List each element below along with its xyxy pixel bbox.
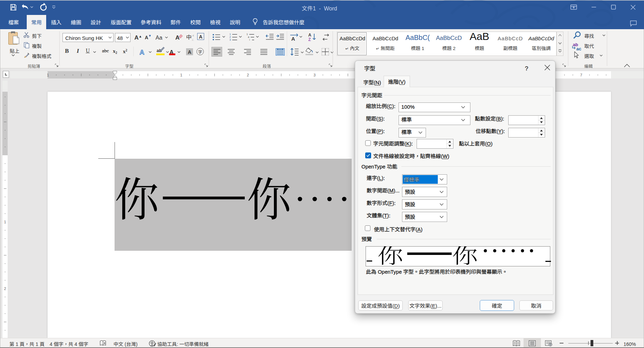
svg-text:1: 1 [4, 220, 6, 224]
svg-text:a: a [248, 36, 249, 38]
svg-text:1: 1 [180, 73, 182, 77]
svg-text:2: 2 [229, 36, 231, 38]
svg-text:i: i [249, 39, 250, 41]
svg-text:A: A [308, 33, 311, 38]
svg-text:2: 2 [4, 287, 6, 291]
svg-text:A: A [291, 36, 295, 41]
svg-text:1: 1 [246, 33, 248, 35]
svg-text:1: 1 [229, 33, 231, 35]
svg-text:3: 3 [229, 39, 231, 41]
svg-text:3: 3 [313, 73, 316, 77]
svg-text:1: 1 [47, 73, 49, 77]
svg-text:Z: Z [308, 37, 311, 41]
svg-text:7: 7 [580, 73, 582, 77]
svg-text:2: 2 [247, 73, 249, 77]
